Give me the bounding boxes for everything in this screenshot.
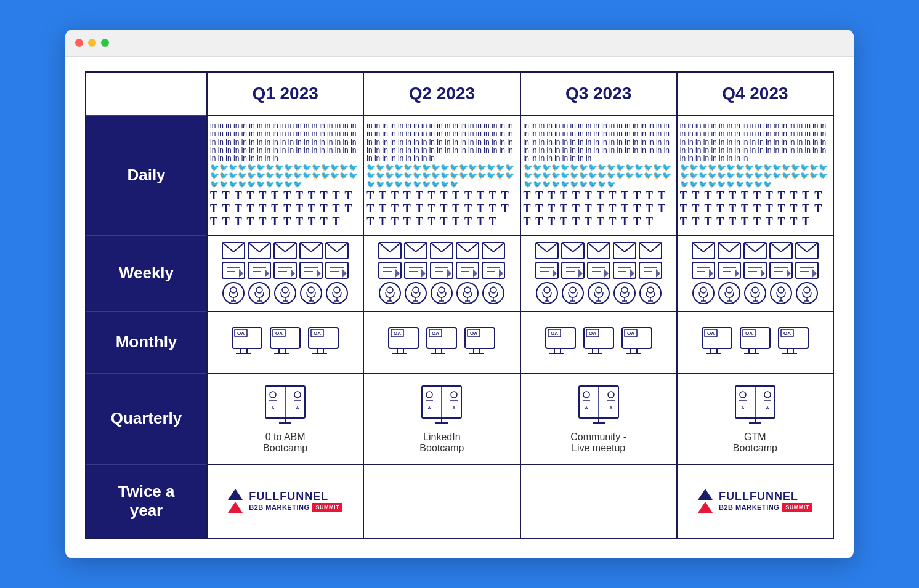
quarterly-q3-title: Community - xyxy=(570,432,626,443)
linkedin-icon-4: in in in in in in in in in in in in in i… xyxy=(680,122,830,163)
podcast-icon xyxy=(692,281,715,305)
envelope-icon xyxy=(378,242,402,259)
quarterly-q1-text: 0 to ABM Bootcamp xyxy=(263,432,307,454)
svg-text:OA: OA xyxy=(470,331,477,336)
quarterly-q2: A A LinkedIn Bootcamp xyxy=(363,373,519,464)
svg-text:A: A xyxy=(428,405,432,411)
podcast-icon xyxy=(743,281,767,305)
svg-point-177 xyxy=(804,287,810,293)
t-blog-icon-2: T T T T T T T T T T T T T T T T T T T T … xyxy=(366,190,517,228)
envelope-icon xyxy=(430,242,453,259)
daily-q3: in in in in in in in in in in in in in i… xyxy=(520,115,676,235)
svg-point-276 xyxy=(426,392,432,398)
close-dot[interactable] xyxy=(75,39,83,47)
svg-point-279 xyxy=(451,392,457,398)
newsletter-icon xyxy=(248,262,271,279)
twitter-icon: 🐦🐦🐦🐦🐦🐦🐦🐦🐦🐦🐦🐦🐦🐦🐦🐦🐦🐦🐦🐦🐦🐦🐦🐦🐦🐦🐦🐦🐦🐦🐦🐦🐦🐦🐦🐦🐦🐦🐦🐦… xyxy=(210,164,360,188)
svg-rect-156 xyxy=(796,262,818,278)
newsletter-icon xyxy=(404,262,427,279)
podcast-icon xyxy=(456,281,479,305)
svg-marker-155 xyxy=(787,269,791,278)
twitter-icon-row-1: 🐦🐦🐦🐦🐦🐦🐦🐦🐦🐦🐦🐦🐦🐦🐦🐦🐦🐦🐦🐦🐦🐦🐦🐦🐦🐦🐦🐦🐦🐦🐦🐦🐦🐦🐦🐦🐦🐦🐦🐦… xyxy=(210,164,360,188)
quarterly-q4-subtitle: Bootcamp xyxy=(733,443,777,454)
webinar-icon: OA xyxy=(463,326,497,358)
svg-marker-20 xyxy=(317,269,321,278)
podcast-icon xyxy=(639,281,662,305)
podcast-icon xyxy=(248,281,271,305)
monthly-q3-icons: OA OA xyxy=(543,326,654,358)
linkedin-icon-row-2: in in in in in in in in in in in in in i… xyxy=(366,122,517,163)
envelope-icon xyxy=(639,242,662,259)
svg-point-269 xyxy=(294,392,301,398)
webinar-icon: OA xyxy=(738,326,772,358)
svg-rect-107 xyxy=(613,262,636,278)
newsletter-icon xyxy=(743,262,767,279)
weekly-q2 xyxy=(363,235,519,311)
daily-q1-icons: in in in in in in in in in in in in in i… xyxy=(210,119,360,231)
quarterly-q4-content: A A GTM Bootcamp xyxy=(731,384,780,454)
svg-point-34 xyxy=(282,287,288,293)
header-q2: Q2 2023 xyxy=(363,73,519,115)
svg-text:A: A xyxy=(766,405,769,411)
webinar-icon: OA xyxy=(230,326,264,358)
newsletter-icon xyxy=(718,262,741,279)
quarterly-q4-text: GTM Bootcamp xyxy=(733,432,777,454)
row-label-weekly: Weekly xyxy=(86,235,206,311)
podcast-icon xyxy=(273,281,297,305)
svg-point-83 xyxy=(464,287,471,293)
linkedin-icon-row-3: in in in in in in in in in in in in in i… xyxy=(524,122,674,163)
svg-rect-21 xyxy=(326,262,348,278)
newsletter-icon xyxy=(222,262,245,279)
row-label-daily: Daily xyxy=(86,115,206,235)
podcast-icon xyxy=(795,281,819,305)
svg-point-87 xyxy=(490,287,496,293)
header-spacer xyxy=(86,73,206,115)
twice-q3 xyxy=(520,464,676,538)
svg-point-116 xyxy=(544,287,550,293)
ff-subtitle-row-2: B2B MARKETING SUMMIT xyxy=(719,503,812,512)
minimize-dot[interactable] xyxy=(88,39,96,47)
svg-marker-151 xyxy=(761,269,765,278)
twitter-icon-row-4: 🐦🐦🐦🐦🐦🐦🐦🐦🐦🐦🐦🐦🐦🐦🐦🐦🐦🐦🐦🐦🐦🐦🐦🐦🐦🐦🐦🐦🐦🐦🐦🐦🐦🐦🐦🐦🐦🐦🐦🐦… xyxy=(680,164,830,188)
quarterly-q2-content: A A LinkedIn Bootcamp xyxy=(417,384,466,454)
svg-marker-61 xyxy=(447,269,451,278)
svg-marker-114 xyxy=(656,269,660,278)
weekly-q2-icons xyxy=(378,242,505,305)
monthly-q2: OA OA xyxy=(363,311,519,373)
webinar-icon: OA xyxy=(620,326,654,358)
svg-point-38 xyxy=(308,287,314,293)
svg-point-169 xyxy=(752,287,758,293)
monthly-q4: OA OA xyxy=(676,311,833,373)
svg-marker-16 xyxy=(291,269,295,278)
podcast-row-q2 xyxy=(378,281,505,305)
maximize-dot[interactable] xyxy=(101,39,109,47)
daily-q2: in in in in in in in in in in in in in i… xyxy=(363,115,519,235)
podcast-icon xyxy=(299,281,323,305)
webinar-icon: OA xyxy=(581,326,616,358)
newsletter-icon xyxy=(456,262,479,279)
svg-text:OA: OA xyxy=(237,331,245,336)
svg-text:OA: OA xyxy=(551,331,558,336)
envelope-icon xyxy=(248,242,271,259)
svg-marker-102 xyxy=(578,269,583,278)
svg-rect-5 xyxy=(222,262,245,278)
daily-q4-icons: in in in in in in in in in in in in in i… xyxy=(680,119,830,231)
svg-point-26 xyxy=(230,287,237,293)
svg-text:OA: OA xyxy=(394,331,401,336)
newsletter-icon xyxy=(692,262,715,279)
linkedin-icon-row-4: in in in in in in in in in in in in in i… xyxy=(680,122,830,163)
arrow-bottom-icon-2 xyxy=(698,502,713,513)
monthly-q2-icons: OA OA xyxy=(386,326,497,358)
podcast-icon xyxy=(718,281,741,305)
svg-point-124 xyxy=(596,287,602,293)
daily-q3-icons: in in in in in in in in in in in in in i… xyxy=(524,119,674,231)
fullfunnel-name: FULLFUNNEL xyxy=(249,490,342,503)
svg-rect-58 xyxy=(431,262,453,278)
podcast-icon xyxy=(222,281,245,305)
svg-marker-65 xyxy=(473,269,477,278)
ff-text-q1: FULLFUNNEL B2B MARKETING SUMMIT xyxy=(249,490,342,512)
envelope-icon xyxy=(299,242,323,259)
svg-rect-66 xyxy=(482,262,504,278)
podcast-icon xyxy=(378,281,402,305)
svg-rect-50 xyxy=(379,262,401,278)
